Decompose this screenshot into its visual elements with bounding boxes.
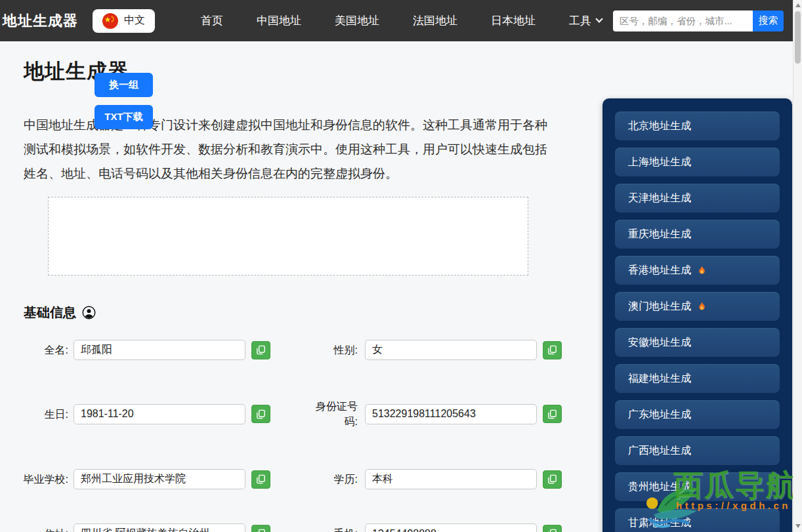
copy-id-number-button[interactable]	[543, 405, 562, 423]
phone-input[interactable]	[365, 523, 537, 532]
scroll-up-arrow-icon[interactable]	[795, 3, 801, 7]
person-circle-icon	[82, 306, 96, 319]
sidebar-item-label: 重庆地址生成	[628, 228, 691, 241]
form-row: 住址: 手机:	[20, 523, 602, 532]
copy-school-button[interactable]	[251, 470, 270, 489]
sidebar-item-guizhou[interactable]: 贵州地址生成	[615, 472, 780, 501]
flame-icon	[696, 301, 707, 312]
sidebar-item-guangdong[interactable]: 广东地址生成	[615, 400, 780, 429]
copy-gender-button[interactable]	[543, 341, 562, 359]
top-navbar: 地址生成器 中文 首页 中国地址 美国地址 法国地址 日本地址 工具 搜索	[0, 0, 793, 41]
sidebar-item-beijing[interactable]: 北京地址生成	[615, 112, 780, 140]
sidebar-item-hongkong[interactable]: 香港地址生成	[615, 256, 780, 285]
gender-label: 性别:	[310, 342, 358, 358]
full-name-label: 全名:	[20, 342, 68, 358]
basic-info-title: 基础信息	[24, 304, 76, 321]
copy-birthday-button[interactable]	[251, 405, 270, 423]
field-gender: 性别:	[310, 340, 562, 360]
city-generator-sidebar: 北京地址生成 上海地址生成 天津地址生成 重庆地址生成 香港地址生成 澳门地址生…	[602, 98, 792, 532]
chevron-down-icon	[595, 15, 602, 22]
copy-education-button[interactable]	[543, 470, 562, 489]
sidebar-item-chongqing[interactable]: 重庆地址生成	[615, 220, 780, 249]
id-number-label: 身份证号码:	[310, 399, 358, 429]
id-number-input[interactable]	[365, 404, 537, 424]
language-button[interactable]: 中文	[93, 9, 155, 33]
form-row: 毕业学校: 学历:	[20, 469, 602, 489]
nav-item-japan-address[interactable]: 日本地址	[491, 13, 536, 28]
scroll-down-arrow-icon[interactable]	[795, 524, 801, 528]
language-button-label: 中文	[124, 14, 145, 28]
sidebar-item-guangxi[interactable]: 广西地址生成	[615, 436, 780, 465]
field-birthday: 生日:	[20, 404, 270, 424]
basic-info-heading: 基础信息	[24, 304, 602, 321]
sidebar-item-label: 北京地址生成	[628, 119, 691, 133]
sidebar-item-label: 福建地址生成	[628, 372, 691, 386]
tools-label: 工具	[569, 13, 591, 28]
sidebar-item-label: 上海地址生成	[628, 155, 691, 169]
sidebar-item-label: 安徽地址生成	[628, 336, 691, 350]
scrollbar-thumb[interactable]	[795, 11, 801, 64]
sidebar-item-label: 贵州地址生成	[628, 480, 691, 494]
birthday-label: 生日:	[20, 407, 68, 422]
field-address: 住址:	[20, 523, 270, 532]
gender-input[interactable]	[365, 340, 537, 360]
nav-item-home[interactable]: 首页	[201, 13, 223, 28]
copy-address-button[interactable]	[251, 525, 270, 532]
copy-icon	[547, 345, 557, 355]
nav-item-tools-dropdown[interactable]: 工具	[569, 13, 602, 28]
flame-icon	[696, 265, 707, 276]
phone-label: 手机:	[310, 526, 358, 532]
copy-icon	[256, 529, 266, 532]
sidebar-item-label: 广西地址生成	[628, 444, 691, 458]
copy-icon	[547, 409, 557, 419]
ad-placeholder-box	[48, 197, 528, 276]
main-content: 地址生成器 换一组 TXT下载 中国地址生成器是一种专门设计来创建虚拟中国地址和…	[0, 41, 602, 532]
china-flag-icon	[102, 13, 118, 29]
school-label: 毕业学校:	[20, 472, 68, 487]
field-phone: 手机:	[310, 523, 562, 532]
field-school: 毕业学校:	[20, 469, 270, 489]
school-input[interactable]	[74, 469, 245, 489]
copy-icon	[256, 409, 266, 419]
address-input[interactable]	[74, 523, 245, 532]
field-education: 学历:	[310, 469, 562, 489]
nav-links: 首页 中国地址 美国地址 法国地址 日本地址 工具	[201, 13, 602, 28]
education-label: 学历:	[310, 472, 358, 487]
sidebar-item-shanghai[interactable]: 上海地址生成	[615, 148, 780, 176]
form-row: 生日: 身份证号码:	[20, 399, 602, 429]
copy-phone-button[interactable]	[543, 525, 562, 532]
vertical-scrollbar[interactable]	[793, 0, 802, 532]
full-name-input[interactable]	[74, 340, 245, 360]
birthday-input[interactable]	[74, 404, 245, 424]
search-bar: 搜索	[613, 10, 784, 31]
site-brand: 地址生成器	[3, 11, 78, 31]
sidebar-item-macau[interactable]: 澳门地址生成	[615, 292, 780, 321]
sidebar-item-label: 香港地址生成	[628, 264, 691, 277]
regenerate-button[interactable]: 换一组	[95, 73, 153, 97]
sidebar-item-gansu[interactable]: 甘肃地址生成	[615, 508, 780, 532]
address-label: 住址:	[20, 526, 68, 532]
form-row: 全名: 性别:	[20, 340, 602, 360]
nav-item-usa-address[interactable]: 美国地址	[335, 13, 379, 28]
nav-item-france-address[interactable]: 法国地址	[413, 13, 457, 28]
sidebar-item-label: 甘肃地址生成	[628, 516, 691, 530]
education-input[interactable]	[365, 469, 537, 489]
sidebar-item-label: 天津地址生成	[628, 192, 691, 205]
sidebar-item-anhui[interactable]: 安徽地址生成	[615, 328, 780, 357]
field-full-name: 全名:	[20, 340, 270, 360]
copy-icon	[547, 474, 557, 484]
search-button[interactable]: 搜索	[753, 10, 784, 31]
copy-icon	[256, 345, 266, 355]
nav-item-china-address[interactable]: 中国地址	[257, 13, 301, 28]
txt-download-button[interactable]: TXT下载	[95, 105, 153, 129]
search-input[interactable]	[613, 10, 753, 31]
copy-full-name-button[interactable]	[251, 341, 270, 359]
copy-icon	[256, 474, 266, 484]
sidebar-item-tianjin[interactable]: 天津地址生成	[615, 184, 780, 213]
sidebar-item-label: 澳门地址生成	[628, 300, 691, 314]
sidebar-item-label: 广东地址生成	[628, 408, 691, 422]
field-id-number: 身份证号码:	[310, 399, 562, 429]
copy-icon	[547, 529, 557, 532]
sidebar-item-fujian[interactable]: 福建地址生成	[615, 364, 780, 393]
